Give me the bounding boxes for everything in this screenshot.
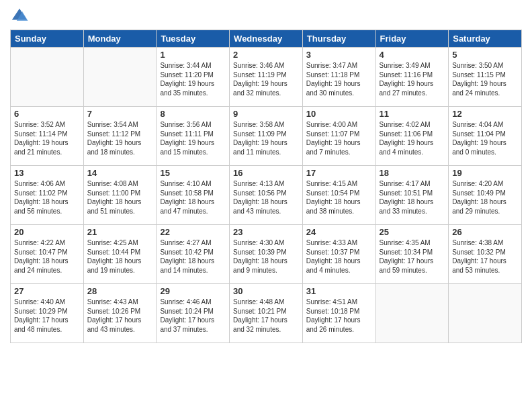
day-info: Sunrise: 3:46 AM Sunset: 11:19 PM Daylig… — [233, 61, 299, 97]
calendar-cell: 15Sunrise: 4:10 AM Sunset: 10:58 PM Dayl… — [157, 166, 230, 225]
day-number: 30 — [233, 286, 299, 296]
weekday-header-saturday: Saturday — [449, 30, 522, 48]
calendar-cell: 10Sunrise: 4:00 AM Sunset: 11:07 PM Dayl… — [302, 107, 375, 166]
day-number: 3 — [306, 50, 372, 60]
calendar-cell: 22Sunrise: 4:27 AM Sunset: 10:42 PM Dayl… — [157, 225, 230, 284]
day-number: 17 — [306, 168, 372, 178]
day-number: 18 — [380, 168, 445, 178]
calendar-cell: 9Sunrise: 3:58 AM Sunset: 11:09 PM Dayli… — [230, 107, 303, 166]
weekday-header-sunday: Sunday — [11, 30, 84, 48]
day-info: Sunrise: 4:43 AM Sunset: 10:26 PM Daylig… — [87, 298, 153, 334]
day-info: Sunrise: 3:44 AM Sunset: 11:20 PM Daylig… — [160, 61, 226, 97]
calendar-cell: 20Sunrise: 4:22 AM Sunset: 10:47 PM Dayl… — [11, 225, 84, 284]
calendar-cell: 18Sunrise: 4:17 AM Sunset: 10:51 PM Dayl… — [375, 166, 449, 225]
day-number: 16 — [233, 168, 299, 178]
calendar-cell: 17Sunrise: 4:15 AM Sunset: 10:54 PM Dayl… — [302, 166, 375, 225]
day-number: 20 — [14, 227, 80, 237]
day-info: Sunrise: 3:49 AM Sunset: 11:16 PM Daylig… — [380, 61, 445, 97]
day-number: 12 — [452, 109, 518, 119]
calendar-cell: 26Sunrise: 4:38 AM Sunset: 10:32 PM Dayl… — [449, 225, 522, 284]
day-number: 28 — [87, 286, 153, 296]
day-info: Sunrise: 3:56 AM Sunset: 11:11 PM Daylig… — [160, 120, 226, 156]
day-info: Sunrise: 4:40 AM Sunset: 10:29 PM Daylig… — [14, 298, 80, 334]
calendar-cell: 8Sunrise: 3:56 AM Sunset: 11:11 PM Dayli… — [157, 107, 230, 166]
day-number: 10 — [306, 109, 372, 119]
day-info: Sunrise: 4:46 AM Sunset: 10:24 PM Daylig… — [160, 298, 226, 334]
day-number: 14 — [87, 168, 153, 178]
logo-icon — [10, 7, 29, 26]
day-number: 4 — [380, 50, 445, 60]
calendar-cell — [375, 284, 449, 343]
day-number: 22 — [160, 227, 226, 237]
day-info: Sunrise: 3:52 AM Sunset: 11:14 PM Daylig… — [14, 120, 80, 156]
day-info: Sunrise: 4:10 AM Sunset: 10:58 PM Daylig… — [160, 179, 226, 216]
day-number: 13 — [14, 168, 80, 178]
day-number: 26 — [452, 227, 518, 237]
calendar-cell: 25Sunrise: 4:35 AM Sunset: 10:34 PM Dayl… — [375, 225, 449, 284]
day-info: Sunrise: 3:50 AM Sunset: 11:15 PM Daylig… — [452, 61, 518, 97]
calendar-cell — [449, 284, 522, 343]
day-number: 6 — [14, 109, 80, 119]
day-number: 9 — [233, 109, 299, 119]
day-number: 19 — [452, 168, 518, 178]
day-number: 27 — [14, 286, 80, 296]
day-info: Sunrise: 4:38 AM Sunset: 10:32 PM Daylig… — [452, 238, 518, 275]
day-info: Sunrise: 4:13 AM Sunset: 10:56 PM Daylig… — [233, 179, 299, 216]
day-number: 7 — [87, 109, 153, 119]
calendar-cell: 4Sunrise: 3:49 AM Sunset: 11:16 PM Dayli… — [375, 48, 449, 107]
day-number: 23 — [233, 227, 299, 237]
calendar-cell: 6Sunrise: 3:52 AM Sunset: 11:14 PM Dayli… — [11, 107, 84, 166]
day-number: 2 — [233, 50, 299, 60]
day-number: 1 — [160, 50, 226, 60]
day-number: 24 — [306, 227, 372, 237]
calendar-cell — [83, 48, 157, 107]
day-info: Sunrise: 4:35 AM Sunset: 10:34 PM Daylig… — [380, 238, 445, 275]
day-info: Sunrise: 4:27 AM Sunset: 10:42 PM Daylig… — [160, 238, 226, 275]
calendar-cell: 21Sunrise: 4:25 AM Sunset: 10:44 PM Dayl… — [83, 225, 157, 284]
weekday-header-wednesday: Wednesday — [230, 30, 303, 48]
day-info: Sunrise: 4:17 AM Sunset: 10:51 PM Daylig… — [380, 179, 445, 216]
calendar-cell: 29Sunrise: 4:46 AM Sunset: 10:24 PM Dayl… — [157, 284, 230, 343]
calendar-cell: 5Sunrise: 3:50 AM Sunset: 11:15 PM Dayli… — [449, 48, 522, 107]
day-info: Sunrise: 4:33 AM Sunset: 10:37 PM Daylig… — [306, 238, 372, 275]
calendar-cell: 7Sunrise: 3:54 AM Sunset: 11:12 PM Dayli… — [83, 107, 157, 166]
calendar-cell: 14Sunrise: 4:08 AM Sunset: 11:00 PM Dayl… — [83, 166, 157, 225]
day-info: Sunrise: 4:02 AM Sunset: 11:06 PM Daylig… — [380, 120, 445, 156]
day-info: Sunrise: 4:51 AM Sunset: 10:18 PM Daylig… — [306, 298, 372, 334]
day-info: Sunrise: 4:48 AM Sunset: 10:21 PM Daylig… — [233, 298, 299, 334]
calendar-cell: 31Sunrise: 4:51 AM Sunset: 10:18 PM Dayl… — [302, 284, 375, 343]
weekday-header-friday: Friday — [375, 30, 449, 48]
calendar-cell: 1Sunrise: 3:44 AM Sunset: 11:20 PM Dayli… — [157, 48, 230, 107]
day-number: 11 — [380, 109, 445, 119]
day-info: Sunrise: 4:30 AM Sunset: 10:39 PM Daylig… — [233, 238, 299, 275]
calendar-cell: 11Sunrise: 4:02 AM Sunset: 11:06 PM Dayl… — [375, 107, 449, 166]
day-number: 8 — [160, 109, 226, 119]
day-number: 21 — [87, 227, 153, 237]
day-info: Sunrise: 3:54 AM Sunset: 11:12 PM Daylig… — [87, 120, 153, 156]
day-info: Sunrise: 4:25 AM Sunset: 10:44 PM Daylig… — [87, 238, 153, 275]
day-info: Sunrise: 3:58 AM Sunset: 11:09 PM Daylig… — [233, 120, 299, 156]
weekday-header-monday: Monday — [83, 30, 157, 48]
weekday-header-tuesday: Tuesday — [157, 30, 230, 48]
calendar-cell: 12Sunrise: 4:04 AM Sunset: 11:04 PM Dayl… — [449, 107, 522, 166]
calendar-cell: 3Sunrise: 3:47 AM Sunset: 11:18 PM Dayli… — [302, 48, 375, 107]
calendar-cell: 28Sunrise: 4:43 AM Sunset: 10:26 PM Dayl… — [83, 284, 157, 343]
calendar-cell: 23Sunrise: 4:30 AM Sunset: 10:39 PM Dayl… — [230, 225, 303, 284]
day-info: Sunrise: 3:47 AM Sunset: 11:18 PM Daylig… — [306, 61, 372, 97]
day-info: Sunrise: 4:06 AM Sunset: 11:02 PM Daylig… — [14, 179, 80, 216]
calendar-cell: 19Sunrise: 4:20 AM Sunset: 10:49 PM Dayl… — [449, 166, 522, 225]
calendar-cell: 2Sunrise: 3:46 AM Sunset: 11:19 PM Dayli… — [230, 48, 303, 107]
day-number: 29 — [160, 286, 226, 296]
calendar-table: SundayMondayTuesdayWednesdayThursdayFrid… — [10, 30, 522, 343]
day-info: Sunrise: 4:04 AM Sunset: 11:04 PM Daylig… — [452, 120, 518, 156]
day-info: Sunrise: 4:20 AM Sunset: 10:49 PM Daylig… — [452, 179, 518, 216]
day-info: Sunrise: 4:22 AM Sunset: 10:47 PM Daylig… — [14, 238, 80, 275]
day-info: Sunrise: 4:15 AM Sunset: 10:54 PM Daylig… — [306, 179, 372, 216]
calendar-cell: 30Sunrise: 4:48 AM Sunset: 10:21 PM Dayl… — [230, 284, 303, 343]
day-number: 25 — [380, 227, 445, 237]
calendar-cell: 13Sunrise: 4:06 AM Sunset: 11:02 PM Dayl… — [11, 166, 84, 225]
calendar-cell: 16Sunrise: 4:13 AM Sunset: 10:56 PM Dayl… — [230, 166, 303, 225]
day-number: 31 — [306, 286, 372, 296]
day-number: 15 — [160, 168, 226, 178]
day-number: 5 — [452, 50, 518, 60]
